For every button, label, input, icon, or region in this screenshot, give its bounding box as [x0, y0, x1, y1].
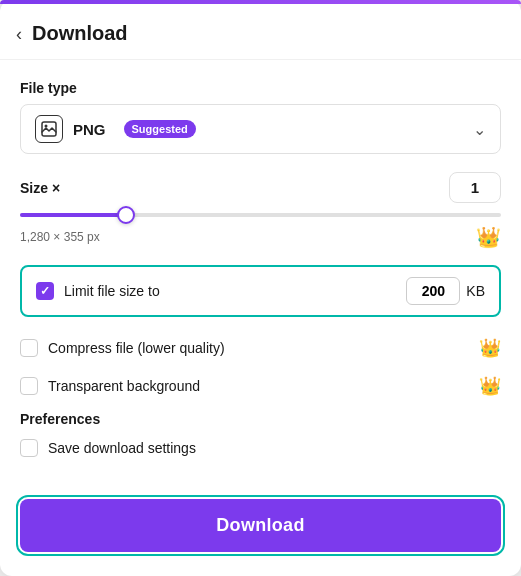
limit-file-size-row: Limit file size to KB [20, 265, 501, 317]
size-label: Size × [20, 180, 60, 196]
size-px-label: 1,280 × 355 px [20, 230, 100, 244]
limit-right: KB [406, 277, 485, 305]
file-type-name: PNG [73, 121, 106, 138]
compress-file-row: Compress file (lower quality) 👑 [20, 329, 501, 367]
slider-thumb[interactable] [117, 206, 135, 224]
chevron-down-icon: ⌄ [473, 120, 486, 139]
size-px-row: 1,280 × 355 px 👑 [20, 225, 501, 249]
page-title: Download [32, 22, 128, 45]
suggested-badge: Suggested [124, 120, 196, 138]
file-type-dropdown[interactable]: PNG Suggested ⌄ [20, 104, 501, 154]
panel-header: ‹ Download [0, 4, 521, 60]
panel-content: File type PNG Suggested ⌄ Size × [0, 60, 521, 483]
limit-unit-label: KB [466, 283, 485, 299]
transparent-bg-row: Transparent background 👑 [20, 367, 501, 405]
svg-point-1 [45, 125, 48, 128]
transparent-bg-label: Transparent background [48, 378, 200, 394]
crown-icon-size: 👑 [476, 225, 501, 249]
crown-icon-compress: 👑 [479, 337, 501, 359]
size-row: Size × [20, 172, 501, 203]
transparent-left: Transparent background [20, 377, 200, 395]
back-button[interactable]: ‹ [16, 25, 22, 43]
size-slider-container[interactable] [20, 213, 501, 217]
slider-track [20, 213, 501, 217]
limit-file-size-label: Limit file size to [64, 283, 160, 299]
save-settings-row: Save download settings [20, 431, 501, 465]
compress-file-checkbox[interactable] [20, 339, 38, 357]
compress-file-label: Compress file (lower quality) [48, 340, 225, 356]
download-button[interactable]: Download [20, 499, 501, 552]
limit-left: Limit file size to [36, 282, 160, 300]
file-type-left: PNG Suggested [35, 115, 196, 143]
limit-file-size-checkbox[interactable] [36, 282, 54, 300]
slider-fill [20, 213, 126, 217]
preferences-label: Preferences [20, 411, 501, 427]
transparent-bg-checkbox[interactable] [20, 377, 38, 395]
download-btn-wrapper: Download [0, 483, 521, 552]
crown-icon-transparent: 👑 [479, 375, 501, 397]
file-type-label: File type [20, 80, 501, 96]
compress-left: Compress file (lower quality) [20, 339, 225, 357]
save-settings-checkbox[interactable] [20, 439, 38, 457]
limit-file-size-input[interactable] [406, 277, 460, 305]
size-input[interactable] [449, 172, 501, 203]
download-panel: ‹ Download File type PNG Suggested ⌄ [0, 0, 521, 576]
file-type-icon [35, 115, 63, 143]
save-settings-left: Save download settings [20, 439, 196, 457]
save-settings-label: Save download settings [48, 440, 196, 456]
